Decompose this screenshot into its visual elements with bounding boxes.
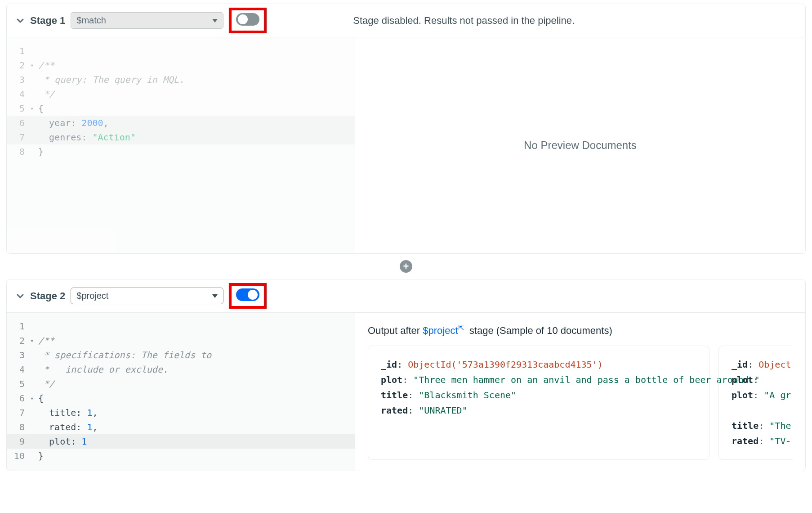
code-line: 1 bbox=[7, 44, 355, 58]
code-line: 2▾/** bbox=[7, 333, 355, 348]
toggle-highlight-box bbox=[229, 8, 267, 33]
output-title: Output after $project⇱ stage (Sample of … bbox=[368, 324, 793, 337]
stage-operator-value: $match bbox=[76, 15, 106, 26]
stage-label: Stage 1 bbox=[30, 15, 65, 27]
output-suffix: stage (Sample of 10 documents) bbox=[467, 325, 612, 336]
document-card[interactable]: _id: ObjectId('573a1390f29313caabcd4135'… bbox=[368, 346, 709, 460]
pipeline-stage-1: Stage 1 $match Stage disabled. Results n… bbox=[6, 4, 806, 254]
code-line: 7 title: 1, bbox=[7, 405, 355, 420]
stage-header: Stage 1 $match Stage disabled. Results n… bbox=[7, 4, 805, 37]
add-stage-button[interactable]: + bbox=[400, 260, 412, 273]
stage-operator-select[interactable]: $project bbox=[71, 288, 223, 304]
toggle-highlight-box bbox=[229, 283, 267, 309]
code-line: 4 */ bbox=[7, 87, 355, 101]
documents-row: _id: ObjectId('573a1390f29313caabcd4135'… bbox=[368, 346, 793, 460]
collapse-icon[interactable] bbox=[16, 16, 25, 25]
stage-header: Stage 2 $project bbox=[7, 279, 805, 313]
no-preview-text: No Preview Documents bbox=[524, 139, 637, 152]
code-editor[interactable]: 12▾/**3 * specifications: The fields to4… bbox=[7, 313, 355, 471]
code-line: 5▾{ bbox=[7, 101, 355, 116]
document-card[interactable]: _id: Objectplot: plot: "A gr hold-title:… bbox=[718, 346, 793, 460]
stage-status-text: Stage disabled. Results not passed in th… bbox=[353, 15, 575, 27]
code-line: 4 * include or exclude. bbox=[7, 362, 355, 377]
code-line: 8} bbox=[7, 144, 355, 159]
chevron-down-icon bbox=[212, 19, 218, 22]
code-line: 10} bbox=[7, 449, 355, 463]
chevron-down-icon bbox=[212, 294, 218, 298]
add-stage-row: + bbox=[0, 257, 812, 275]
stage-enable-toggle[interactable] bbox=[236, 13, 259, 26]
stage-label: Stage 2 bbox=[30, 290, 65, 302]
code-line: 3 * specifications: The fields to bbox=[7, 348, 355, 362]
stage-operator-select[interactable]: $match bbox=[71, 12, 223, 29]
code-line: 6 year: 2000, bbox=[7, 116, 355, 130]
stage-body: 12▾/**3 * query: The query in MQL.4 */5▾… bbox=[7, 37, 805, 253]
stage-operator-value: $project bbox=[76, 291, 108, 301]
output-pane: Output after $project⇱ stage (Sample of … bbox=[355, 313, 805, 471]
collapse-icon[interactable] bbox=[16, 292, 25, 301]
preview-pane: No Preview Documents bbox=[355, 37, 805, 253]
code-line: 1 bbox=[7, 319, 355, 333]
code-line: 9 plot: 1 bbox=[7, 434, 355, 449]
code-line: 2▾/** bbox=[7, 58, 355, 72]
code-line: 7 genres: "Action" bbox=[7, 130, 355, 144]
output-operator-link[interactable]: $project bbox=[423, 325, 458, 336]
external-link-icon: ⇱ bbox=[458, 324, 464, 332]
code-line: 8 rated: 1, bbox=[7, 420, 355, 434]
code-line: 5 */ bbox=[7, 377, 355, 391]
stage-enable-toggle[interactable] bbox=[236, 288, 259, 301]
code-line: 3 * query: The query in MQL. bbox=[7, 72, 355, 87]
stage-body: 12▾/**3 * specifications: The fields to4… bbox=[7, 313, 805, 471]
pipeline-stage-2: Stage 2 $project 12▾/**3 * specification… bbox=[6, 279, 806, 471]
code-editor[interactable]: 12▾/**3 * query: The query in MQL.4 */5▾… bbox=[7, 37, 355, 253]
code-line: 6▾{ bbox=[7, 391, 355, 405]
output-prefix: Output after bbox=[368, 325, 423, 336]
